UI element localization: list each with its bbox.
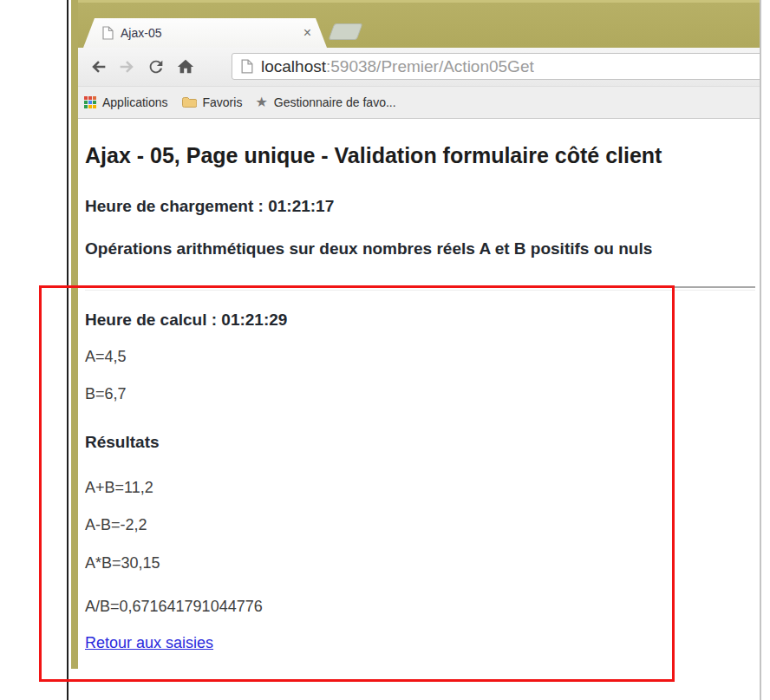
home-button[interactable] [176, 57, 195, 76]
bookmark-manager[interactable]: ★ Gestionnaire de favo... [255, 95, 395, 109]
page-security-icon [241, 59, 253, 74]
apps-grid-icon [84, 96, 96, 108]
document-right-rule [760, 0, 761, 700]
browser-tab[interactable]: Ajax-05 × [83, 18, 327, 48]
load-time-text: Heure de chargement : 01:21:17 [85, 197, 334, 216]
close-tab-icon[interactable]: × [303, 26, 311, 40]
bookmark-folder-favoris[interactable]: Favoris [181, 95, 243, 109]
bookmark-label: Applications [102, 95, 168, 109]
forward-button[interactable] [117, 57, 136, 76]
browser-toolbar: localhost:59038/Premier/Action05Get [78, 48, 760, 87]
back-button[interactable] [89, 57, 108, 76]
star-icon: ★ [255, 95, 267, 109]
folder-icon [181, 96, 197, 108]
reload-button[interactable] [147, 57, 166, 76]
operations-text: Opérations arithmétiques sur deux nombre… [85, 239, 652, 258]
address-bar[interactable]: localhost:59038/Premier/Action05Get [232, 53, 760, 80]
bookmark-apps[interactable]: Applications [84, 95, 168, 109]
url-host: localhost [261, 57, 326, 75]
page-title: Ajax - 05, Page unique - Validation form… [85, 143, 662, 168]
browser-titlebar: Ajax-05 × [78, 0, 760, 48]
screenshot-canvas: Ajax-05 × [0, 0, 770, 700]
bookmark-label: Favoris [203, 95, 243, 109]
annotation-rectangle [39, 285, 675, 682]
page-favicon-icon [102, 26, 114, 40]
url-path: :59038/Premier/Action05Get [326, 57, 534, 75]
bookmark-label: Gestionnaire de favo... [274, 95, 396, 109]
url-text: localhost:59038/Premier/Action05Get [261, 57, 534, 76]
tab-title: Ajax-05 [121, 26, 303, 40]
bookmarks-bar: Applications Favoris ★ Gestionnaire de f… [78, 87, 760, 119]
new-tab-button[interactable] [329, 23, 363, 40]
